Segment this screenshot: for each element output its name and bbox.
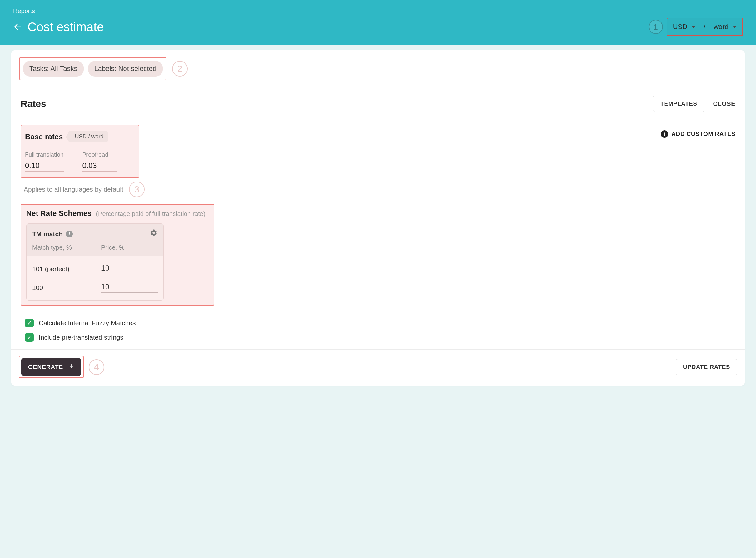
- tm-column-headers: Match type, % Price, %: [32, 244, 158, 251]
- tm-price-input[interactable]: 10: [101, 264, 158, 274]
- step-badge-2: 2: [172, 61, 188, 77]
- net-rate-schemes-highlight: Net Rate Schemes (Percentage paid of ful…: [21, 204, 214, 306]
- tm-match-type: 100: [32, 284, 101, 291]
- currency-value: USD: [673, 23, 687, 31]
- add-custom-label: ADD CUSTOM RATES: [671, 131, 735, 137]
- base-rate-label: Full translation: [25, 151, 64, 158]
- fuzzy-label: Calculate Internal Fuzzy Matches: [39, 319, 136, 327]
- templates-button[interactable]: TEMPLATES: [653, 96, 704, 112]
- base-rates-title-row: Base rates USD / word: [25, 131, 132, 143]
- generate-group: GENERATE 4: [19, 356, 104, 378]
- net-rate-schemes-section: Net Rate Schemes (Percentage paid of ful…: [11, 197, 745, 313]
- generate-label: GENERATE: [28, 364, 63, 371]
- base-rates-columns: Full translation 0.10 Proofread 0.03: [25, 151, 132, 172]
- unit-value: word: [713, 23, 729, 31]
- full-translation-rate-input[interactable]: 0.10: [25, 161, 64, 172]
- page-title: Cost estimate: [27, 20, 104, 34]
- unit-tag: USD / word: [69, 131, 108, 143]
- filters-highlight: Tasks: All Tasks Labels: Not selected: [19, 57, 166, 80]
- generate-highlight: GENERATE: [19, 356, 84, 378]
- tm-col-price-header: Price, %: [101, 244, 158, 251]
- base-rate-label: Proofread: [82, 151, 117, 158]
- tm-match-type: 101 (perfect): [32, 265, 101, 273]
- option-fuzzy-row: ✓ Calculate Internal Fuzzy Matches: [11, 313, 745, 327]
- tm-col-match-header: Match type, %: [32, 244, 101, 251]
- rates-header: Rates TEMPLATES CLOSE: [11, 87, 745, 120]
- currency-unit-group: 1 USD / word: [649, 18, 743, 36]
- title-left: Cost estimate: [13, 20, 104, 34]
- currency-unit-highlight: USD / word: [667, 18, 743, 36]
- tm-row: 100 10: [32, 283, 158, 293]
- chevron-down-icon: [733, 26, 737, 28]
- filters-section: Tasks: All Tasks Labels: Not selected 2: [11, 50, 745, 87]
- app-header: Reports Cost estimate 1 USD / word: [0, 0, 756, 45]
- info-icon[interactable]: i: [66, 231, 73, 237]
- nrs-title-row: Net Rate Schemes (Percentage paid of ful…: [26, 209, 209, 218]
- nrs-title: Net Rate Schemes: [26, 209, 91, 218]
- tm-row: 101 (perfect) 10: [32, 264, 158, 274]
- labels-filter-chip[interactable]: Labels: Not selected: [88, 61, 163, 77]
- download-arrow-icon: [69, 363, 74, 371]
- base-rates-row: Base rates USD / word Full translation 0…: [11, 120, 745, 178]
- tm-card-header: TM match i Match type, % Price, %: [27, 224, 163, 256]
- option-pretranslated-row: ✓ Include pre-translated strings: [11, 327, 745, 342]
- currency-divider: /: [701, 23, 708, 31]
- chevron-down-icon: [692, 26, 696, 28]
- unit-select[interactable]: word: [708, 19, 742, 35]
- footer-bar: GENERATE 4 UPDATE RATES: [11, 349, 745, 385]
- applies-note-text: Applies to all languages by default: [24, 185, 123, 193]
- add-custom-rates-button[interactable]: + ADD CUSTOM RATES: [661, 130, 735, 138]
- step-badge-1: 1: [649, 20, 663, 34]
- rates-title: Rates: [21, 98, 46, 109]
- tm-price-input[interactable]: 10: [101, 283, 158, 293]
- tasks-filter-chip[interactable]: Tasks: All Tasks: [23, 61, 84, 77]
- base-rates-highlight: Base rates USD / word Full translation 0…: [21, 125, 139, 178]
- title-row: Cost estimate 1 USD / word: [13, 18, 743, 36]
- step-badge-4: 4: [89, 359, 104, 375]
- nrs-subtitle: (Percentage paid of full translation rat…: [96, 210, 205, 218]
- breadcrumb[interactable]: Reports: [13, 7, 743, 15]
- rates-actions: TEMPLATES CLOSE: [653, 96, 735, 112]
- pretranslated-checkbox[interactable]: ✓: [25, 333, 34, 342]
- fuzzy-checkbox[interactable]: ✓: [25, 319, 34, 327]
- base-rate-col: Proofread 0.03: [82, 151, 117, 172]
- tm-match-card: TM match i Match type, % Price, %: [26, 223, 164, 301]
- proofread-rate-input[interactable]: 0.03: [82, 161, 117, 172]
- close-button[interactable]: CLOSE: [713, 100, 735, 107]
- base-rate-col: Full translation 0.10: [25, 151, 64, 172]
- plus-icon: +: [661, 130, 668, 138]
- currency-select[interactable]: USD: [667, 19, 701, 35]
- tm-title-text: TM match: [32, 230, 63, 238]
- applies-note-row: Applies to all languages by default 3: [11, 178, 745, 197]
- generate-button[interactable]: GENERATE: [21, 358, 81, 376]
- tm-title: TM match i: [32, 230, 73, 238]
- step-badge-3: 3: [129, 181, 144, 197]
- main-card: Tasks: All Tasks Labels: Not selected 2 …: [11, 50, 745, 385]
- gear-icon[interactable]: [150, 229, 158, 239]
- base-rates-title: Base rates: [25, 132, 63, 141]
- tm-body: 101 (perfect) 10 100 10: [27, 256, 163, 300]
- back-arrow-icon[interactable]: [13, 22, 23, 31]
- update-rates-button[interactable]: UPDATE RATES: [676, 359, 737, 375]
- pretranslated-label: Include pre-translated strings: [39, 334, 123, 341]
- tm-head-top: TM match i: [32, 229, 158, 239]
